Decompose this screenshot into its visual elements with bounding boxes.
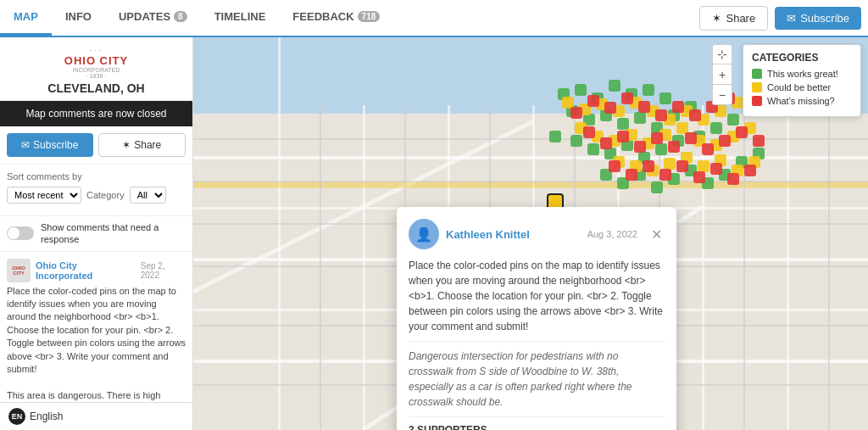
zoom-out-button[interactable]: − (712, 85, 732, 105)
person-icon: 👤 (415, 226, 432, 243)
categories-title: CATEGORIES (752, 52, 852, 64)
popup-header: 👤 Kathleen Knittel Aug 3, 2022 ✕ (409, 219, 665, 249)
updates-badge: 8 (174, 11, 187, 22)
nav-actions: ✶ Share ✉ Subscribe (699, 0, 868, 36)
svg-rect-14 (787, 105, 789, 430)
svg-rect-3 (193, 156, 868, 159)
sort-filter-row: Sort comments by (7, 171, 186, 181)
category-item-green: This works great! (752, 69, 852, 79)
category-label-green: This works great! (767, 69, 838, 79)
map-controls: ⊹ + − (712, 44, 732, 105)
list-item[interactable]: OHIOCITY Ohio City Incorporated Sep 2, 2… (0, 252, 192, 402)
popup-text-instruction: Place the color-coded pins on the map to… (409, 258, 665, 334)
categories-panel: CATEGORIES This works great! Could be be… (743, 44, 861, 117)
language-label: English (30, 410, 63, 422)
email-icon: ✉ (787, 12, 796, 25)
comment-author: Ohio City Incorporated (36, 260, 136, 281)
city-name: CLEVELAND, OH (47, 81, 144, 95)
svg-rect-17 (193, 181, 868, 188)
share-icon-sm: ✶ (122, 139, 131, 151)
popup-text-comment: Dangerous intersection for pedestrians w… (409, 349, 665, 410)
comment-text: Place the color-coded pins on the map to… (7, 285, 186, 402)
ohio-city-logo: ··· OHIO CITY INCORPORATED · 1836 · (63, 46, 131, 80)
comment-author-row: OHIOCITY Ohio City Incorporated Sep 2, 2… (7, 259, 186, 282)
toggle-knob (8, 227, 19, 239)
category-select[interactable]: All (130, 187, 166, 204)
popup-card: 👤 Kathleen Knittel Aug 3, 2022 ✕ Place t… (397, 207, 676, 430)
avatar: 👤 (409, 219, 439, 249)
toggle-label: Show comments that need a response (41, 221, 186, 246)
category-label-yellow: Could be better (767, 82, 831, 92)
svg-rect-8 (278, 37, 281, 430)
feedback-badge: 718 (358, 11, 381, 22)
tab-feedback[interactable]: FEEDBACK 718 (279, 0, 393, 36)
main-layout: ··· OHIO CITY INCORPORATED · 1836 · CLEV… (0, 37, 868, 430)
tab-updates[interactable]: UPDATES 8 (105, 0, 201, 36)
toggle-row: Show comments that need a response (0, 216, 192, 252)
svg-rect-13 (702, 105, 704, 430)
tab-map[interactable]: MAP (0, 0, 52, 36)
sidebar-filters: Sort comments by Most recent Category Al… (0, 165, 192, 216)
share-button-sidebar[interactable]: ✶ Share (98, 133, 186, 157)
popup-author: Kathleen Knittel (446, 228, 530, 241)
navigation-button[interactable]: ⊹ (712, 44, 732, 64)
svg-rect-9 (363, 105, 365, 430)
popup-divider (409, 341, 665, 342)
subscribe-button-sidebar[interactable]: ✉ Subscribe (7, 133, 93, 157)
closed-banner: Map comments are now closed (0, 101, 192, 126)
share-icon: ✶ (712, 12, 721, 25)
ohio-city-logo-sm: OHIOCITY (7, 259, 31, 282)
comment-date: Sep 2, 2022 (141, 261, 186, 280)
sidebar: ··· OHIO CITY INCORPORATED · 1836 · CLEV… (0, 37, 193, 430)
category-label: Category (86, 190, 125, 200)
logo-year: · 1836 · (86, 73, 106, 79)
email-icon-sm: ✉ (21, 139, 30, 151)
zoom-in-button[interactable]: + (712, 64, 732, 85)
supporters-count: 3 SUPPORTERS (409, 424, 665, 430)
top-nav: MAP INFO UPDATES 8 TIMELINE FEEDBACK 718… (0, 0, 868, 37)
language-icon: EN (8, 408, 25, 425)
red-dot (752, 96, 762, 106)
popup-divider-2 (409, 416, 665, 417)
logo-name: OHIO CITY (64, 54, 128, 67)
sidebar-actions: ✉ Subscribe ✶ Share (0, 126, 192, 165)
sort-label: Sort comments by (7, 171, 82, 181)
subscribe-button-nav[interactable]: ✉ Subscribe (775, 7, 861, 30)
language-bar: EN English (0, 402, 192, 430)
category-item-yellow: Could be better (752, 82, 852, 92)
category-item-red: What's missing? (752, 96, 852, 106)
tab-info[interactable]: INFO (52, 0, 105, 36)
tab-timeline[interactable]: TIMELINE (201, 0, 280, 36)
comment-list: OHIOCITY Ohio City Incorporated Sep 2, 2… (0, 252, 192, 402)
sort-category-row: Most recent Category All (7, 187, 186, 204)
response-toggle[interactable] (7, 226, 34, 240)
green-dot (752, 69, 762, 79)
yellow-dot (752, 82, 762, 92)
share-button[interactable]: ✶ Share (699, 6, 768, 31)
map-area[interactable]: CATEGORIES This works great! Could be be… (193, 37, 868, 430)
logo-incorporated: INCORPORATED (73, 67, 120, 73)
close-button[interactable]: ✕ (648, 226, 665, 243)
logo-dots: ··· (90, 47, 103, 54)
category-label-red: What's missing? (767, 96, 835, 106)
sidebar-header: ··· OHIO CITY INCORPORATED · 1836 · CLEV… (0, 37, 192, 101)
sort-select[interactable]: Most recent (7, 187, 81, 204)
popup-date: Aug 3, 2022 (587, 229, 637, 239)
